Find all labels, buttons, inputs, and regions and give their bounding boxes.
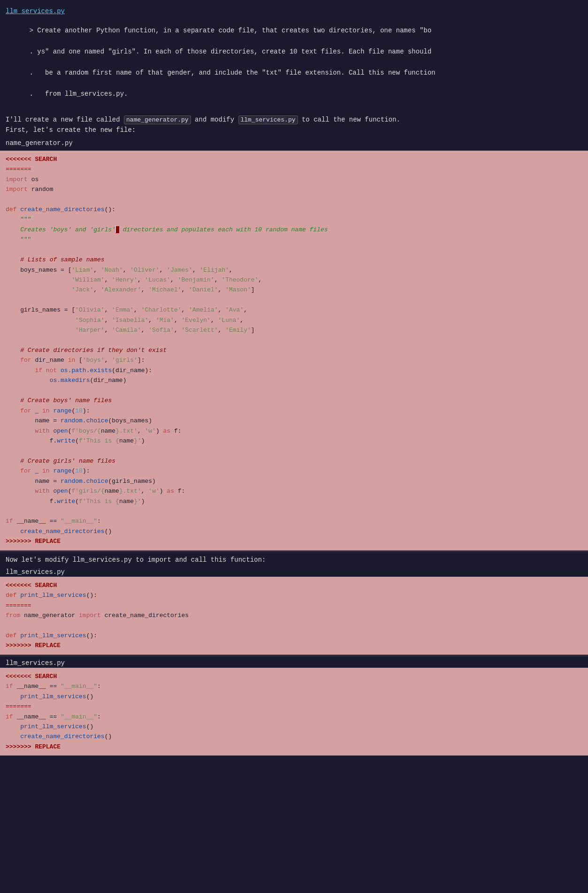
diff-line-boys1: boys_names = ['Liam', 'Noah', 'Oliver', …	[6, 265, 582, 275]
arrow4: . from llm_services.py.	[29, 90, 128, 98]
diff-line-search1: <<<<<<< SEARCH	[6, 154, 582, 164]
diff-line-import-os: import os	[6, 175, 582, 184]
diff2-blank	[6, 621, 582, 631]
diff-line-name1: name = random.choice(boys_names)	[6, 416, 582, 426]
diff3-if2: if __name__ == "__main__":	[6, 712, 582, 722]
diff-block-2: <<<<<<< SEARCH def print_llm_services():…	[0, 577, 588, 655]
diff-line-blank7	[6, 506, 582, 516]
diff-line-blank4	[6, 336, 582, 345]
diff-line-sep1: =======	[6, 164, 582, 174]
diff-line-docstring3: """	[6, 235, 582, 244]
diff-line-main1: if __name__ == "__main__":	[6, 516, 582, 526]
prose-text-1: I'll create a new file called name_gener…	[0, 112, 588, 138]
diff-line-boys2: 'William', 'Henry', 'Lucas', 'Benjamin',…	[6, 275, 582, 285]
diff-line-with1: with open(f'boys/{name}.txt', 'w') as f:	[6, 426, 582, 436]
diff-line-blank5	[6, 386, 582, 396]
diff-line-comment2: # Create directories if they don't exist	[6, 345, 582, 355]
arrow3: . be a random first name of that gender,…	[29, 69, 435, 76]
diff-line-girls3: 'Harper', 'Camila', 'Sofia', 'Scarlett',…	[6, 325, 582, 335]
now-text: Now let's modify llm_services.py to impo…	[0, 552, 588, 565]
page-container: llm_services.py > Create another Python …	[0, 0, 588, 759]
diff3-print1: print_llm_services()	[6, 692, 582, 702]
diff2-def: def print_llm_services():	[6, 590, 582, 600]
diff-line-for3: for _ in range(10):	[6, 466, 582, 476]
diff3-create: create_name_directories()	[6, 732, 582, 741]
file-label-2: llm_services.py	[0, 656, 588, 668]
diff-line-with2: with open(f'girls/{name}.txt', 'w') as f…	[6, 486, 582, 496]
diff-line-girls1: girls_names = ['Olivia', 'Emma', 'Charlo…	[6, 305, 582, 315]
diff-line-write1: f.write(f'This is {name}')	[6, 436, 582, 446]
diff3-replace: >>>>>>> REPLACE	[6, 742, 582, 752]
prose-line1-middle: and modify	[191, 116, 238, 123]
inline-code-1: name_generator.py	[124, 115, 191, 124]
diff2-replace: >>>>>>> REPLACE	[6, 641, 582, 650]
diff-line-docstring2: Creates 'boys' and 'girls'▏ directories …	[6, 225, 582, 235]
diff-line-boys3: 'Jack', 'Alexander', 'Michael', 'Daniel'…	[6, 285, 582, 295]
instruction-block: > Create another Python function, in a s…	[6, 15, 582, 110]
diff-line-write2: f.write(f'This is {name}')	[6, 496, 582, 506]
diff-line-docstring1: """	[6, 214, 582, 224]
diff3-search: <<<<<<< SEARCH	[6, 672, 582, 681]
prose-line2: First, let's create the new file:	[6, 126, 136, 134]
prose-line1-before: I'll create a new file called	[6, 116, 124, 123]
diff2-search: <<<<<<< SEARCH	[6, 580, 582, 590]
diff-line-blank1	[6, 194, 582, 204]
arrow2: . ys" and one named "girls". In each of …	[29, 48, 431, 55]
diff-line-if1: if not os.path.exists(dir_name):	[6, 366, 582, 375]
diff-line-for2: for _ in range(10):	[6, 406, 582, 416]
diff-line-blank6	[6, 446, 582, 456]
diff2-def2: def print_llm_services():	[6, 631, 582, 641]
prose-filename-1: name_generator.py	[0, 138, 588, 151]
diff-line-comment3: # Create boys' name files	[6, 396, 582, 405]
diff-line-replace1: >>>>>>> REPLACE	[6, 536, 582, 546]
diff-line-name2: name = random.choice(girls_names)	[6, 476, 582, 486]
diff2-from: from name_generator import create_name_d…	[6, 611, 582, 620]
diff-line-comment4: # Create girls' name files	[6, 456, 582, 466]
diff3-print2: print_llm_services()	[6, 722, 582, 732]
diff-line-blank2	[6, 245, 582, 255]
diff-line-for1: for dir_name in ['boys', 'girls']:	[6, 355, 582, 365]
diff-line-def1: def create_name_directories():	[6, 205, 582, 214]
diff-block-1: <<<<<<< SEARCH ======= import os import …	[0, 151, 588, 550]
arrow1: > Create another Python function, in a s…	[29, 27, 431, 34]
diff3-sep: =======	[6, 702, 582, 711]
diff3-if1: if __name__ == "__main__":	[6, 681, 582, 691]
header-section: llm_services.py > Create another Python …	[0, 4, 588, 112]
file-label-1: llm_services.py	[0, 565, 588, 577]
inline-code-2: llm_services.py	[238, 115, 298, 124]
prose-line1-end: to call the new function.	[298, 116, 400, 123]
header-filename[interactable]: llm_services.py	[6, 8, 582, 15]
diff-line-makedirs: os.makedirs(dir_name)	[6, 375, 582, 385]
diff-line-blank3	[6, 295, 582, 305]
diff-line-girls2: 'Sophia', 'Isabella', 'Mia', 'Evelyn', '…	[6, 315, 582, 325]
diff-block-3: <<<<<<< SEARCH if __name__ == "__main__"…	[0, 668, 588, 756]
diff-line-call1: create_name_directories()	[6, 527, 582, 536]
diff-line-import-random: import random	[6, 184, 582, 194]
diff2-sep: =======	[6, 601, 582, 611]
diff-line-comment1: # Lists of sample names	[6, 255, 582, 265]
